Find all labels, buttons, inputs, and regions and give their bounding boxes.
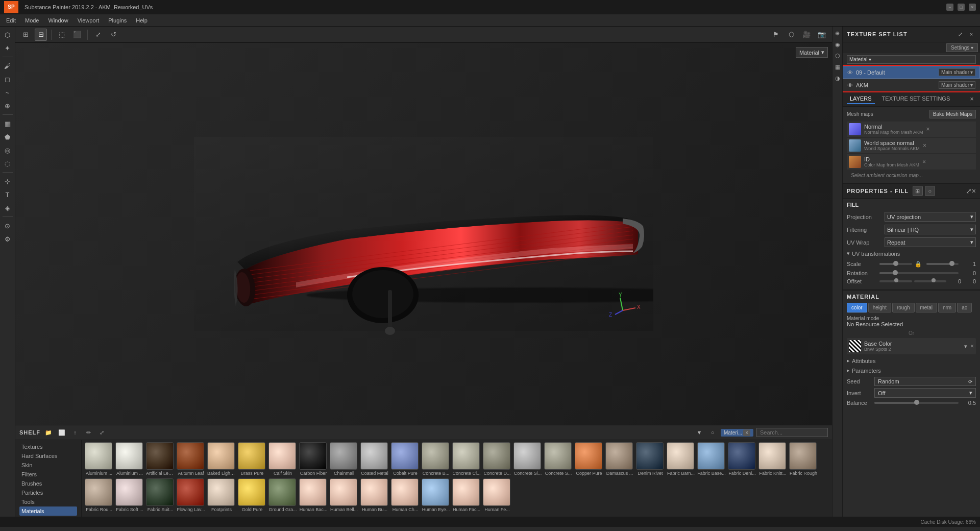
material-item-12[interactable]: Concrete Cl...	[452, 442, 481, 476]
material-viewport-dropdown[interactable]: Material ▾	[796, 47, 828, 58]
properties-expand-btn[interactable]: ⤢	[966, 187, 972, 195]
mat-tab-rough[interactable]: rough	[892, 303, 915, 312]
toolbar-flag[interactable]: ⚑	[770, 29, 782, 41]
bake-mesh-maps-btn[interactable]: Bake Mesh Maps	[929, 110, 976, 118]
mat-tab-ao[interactable]: ao	[957, 303, 972, 312]
material-item-25[interactable]: Fabric Soft ...	[115, 478, 144, 513]
scale-slider[interactable]	[879, 263, 912, 265]
prop-projection-select[interactable]: UV projection ▾	[885, 212, 976, 222]
shelf-nav-hard-surfaces[interactable]: Hard Surfaces	[19, 451, 77, 461]
prop-filtering-select[interactable]: Bilinear | HQ ▾	[885, 225, 976, 234]
mat-tab-nrm[interactable]: nrm	[938, 303, 956, 312]
attributes-title[interactable]: ▸ Attributes	[847, 357, 976, 364]
tsl-eye-1[interactable]: 👁	[847, 82, 853, 88]
toolbar-grid-lg[interactable]: ⊟	[35, 29, 47, 41]
menu-help[interactable]: Help	[132, 14, 152, 27]
material-item-37[interactable]: Human Fe...	[483, 478, 511, 513]
material-item-5[interactable]: Brass Pure	[238, 442, 266, 476]
material-item-20[interactable]: Fabric Base...	[697, 442, 726, 476]
mesh-map-close-1[interactable]: ×	[923, 142, 926, 149]
shelf-search-input[interactable]	[756, 428, 828, 437]
material-item-27[interactable]: Flowing Lav...	[177, 478, 205, 513]
shelf-nav-skin[interactable]: Skin	[19, 461, 77, 470]
material-item-36[interactable]: Human Fac...	[452, 478, 481, 513]
tool-eraser[interactable]: ◻	[2, 73, 14, 85]
toolbar-split-v[interactable]: ⬛	[71, 29, 83, 41]
toolbar-rotate[interactable]: ↺	[107, 29, 119, 41]
shelf-nav-filters[interactable]: Filters	[19, 470, 77, 479]
mat-tab-height[interactable]: height	[868, 303, 891, 312]
material-item-21[interactable]: Fabric Deni...	[728, 442, 756, 476]
material-item-1[interactable]: Aluminium ...	[115, 442, 144, 476]
tool-sticker[interactable]: ◈	[2, 202, 14, 214]
shelf-new-btn[interactable]: ⬜	[57, 427, 67, 438]
tsl-row-1[interactable]: 👁 AKM Main shader ▾	[843, 79, 980, 91]
shelf-import-btn[interactable]: ↑	[70, 427, 80, 438]
mat-tab-color[interactable]: color	[847, 303, 867, 312]
tool-fill[interactable]: ▦	[2, 117, 14, 130]
right-icon-4[interactable]: ▦	[833, 62, 842, 71]
shelf-expand-btn[interactable]: ⤢	[96, 427, 107, 438]
toolbar-camera[interactable]: 🎥	[800, 29, 813, 41]
tsl-row-0[interactable]: 👁 09 - Default Main shader ▾	[843, 66, 980, 79]
material-item-22[interactable]: Fabric Knitt...	[758, 442, 787, 476]
tool-polygon[interactable]: ⬟	[2, 131, 14, 143]
uv-transform-label[interactable]: ▾ UV transformations	[847, 250, 976, 257]
shelf-nav-tools[interactable]: Tools	[19, 497, 77, 506]
material-item-17[interactable]: Damascus ...	[605, 442, 634, 476]
scale-slider-2[interactable]	[926, 263, 959, 265]
shelf-nav-textures[interactable]: Textures	[19, 442, 77, 451]
tab-layers[interactable]: LAYERS	[847, 94, 875, 104]
material-item-33[interactable]: Human Bu...	[360, 478, 389, 513]
material-item-11[interactable]: Concrete B...	[422, 442, 450, 476]
tool-measure[interactable]: ⊹	[2, 175, 14, 187]
material-item-35[interactable]: Human Eye...	[422, 478, 450, 513]
layers-close-btn[interactable]: ×	[968, 95, 976, 103]
shelf-search-icon[interactable]: ○	[707, 427, 718, 438]
material-item-13[interactable]: Concrete D...	[483, 442, 511, 476]
base-color-arrow[interactable]: ▾	[964, 343, 967, 350]
tool-physpaint[interactable]: ⊙	[2, 220, 14, 232]
mat-tab-metal[interactable]: metal	[916, 303, 937, 312]
mesh-map-close-0[interactable]: ×	[926, 126, 930, 133]
base-color-close-btn[interactable]: ×	[970, 343, 974, 350]
material-item-26[interactable]: Fabric Suit...	[146, 478, 175, 513]
menu-viewport[interactable]: Viewport	[74, 14, 104, 27]
rotation-slider[interactable]	[879, 272, 959, 274]
menu-plugins[interactable]: Plugins	[104, 14, 131, 27]
right-icon-2[interactable]: ◉	[833, 40, 842, 49]
material-item-24[interactable]: Fabric Rou...	[85, 478, 113, 513]
material-item-29[interactable]: Gold Pure	[238, 478, 266, 513]
prop-icon-grid[interactable]: ⊞	[913, 186, 923, 196]
shelf-filter-close[interactable]: ×	[743, 429, 750, 436]
material-item-2[interactable]: Artificial Lea...	[146, 442, 175, 476]
param-seed-value[interactable]: Random ⟳	[874, 377, 976, 386]
menu-mode[interactable]: Mode	[21, 14, 43, 27]
maximize-button[interactable]: □	[958, 4, 965, 11]
material-item-15[interactable]: Concrete S...	[544, 442, 573, 476]
tsl-close-btn[interactable]: ×	[967, 30, 976, 39]
close-button[interactable]: ×	[969, 4, 976, 11]
mesh-map-close-2[interactable]: ×	[922, 158, 926, 165]
material-item-6[interactable]: Calf Skin	[268, 442, 297, 476]
toolbar-grid-sm[interactable]: ⊞	[19, 29, 32, 41]
tool-text[interactable]: T	[2, 188, 14, 201]
minimize-button[interactable]: −	[946, 4, 953, 11]
tsl-eye-0[interactable]: 👁	[847, 69, 853, 76]
material-item-31[interactable]: Human Bac...	[299, 478, 328, 513]
scale-lock-btn[interactable]: 🔒	[914, 260, 922, 268]
material-item-8[interactable]: Chainmail	[330, 442, 358, 476]
material-item-32[interactable]: Human Bell...	[330, 478, 358, 513]
tool-select[interactable]: ⬡	[2, 29, 14, 41]
viewport[interactable]: X Y Z Material ▾	[15, 43, 832, 425]
tool-blur[interactable]: ◌	[2, 157, 14, 170]
tsl-settings-btn[interactable]: Settings ▾	[946, 43, 978, 52]
material-item-16[interactable]: Copper Pure	[575, 442, 603, 476]
material-item-34[interactable]: Human Ch...	[391, 478, 420, 513]
shelf-folder-btn[interactable]: 📁	[43, 427, 54, 438]
offset-slider-y[interactable]	[914, 280, 947, 282]
right-icon-3[interactable]: ⬡	[833, 51, 842, 60]
tsl-shader-1[interactable]: Main shader ▾	[939, 81, 975, 89]
right-icon-1[interactable]: ⊕	[833, 29, 842, 38]
tool-transform[interactable]: ✦	[2, 42, 14, 54]
